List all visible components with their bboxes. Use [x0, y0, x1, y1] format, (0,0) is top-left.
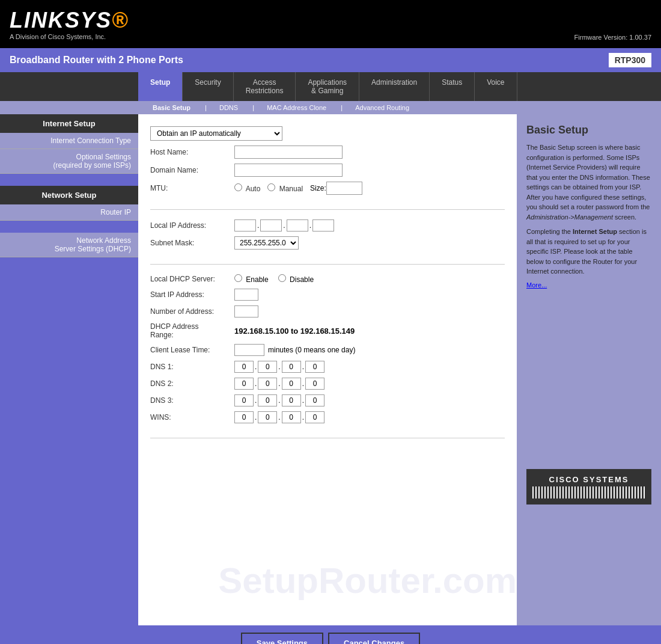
right-panel-italic: Administration->Management [526, 213, 613, 221]
linksys-logo: LINKSYS® A Division of Cisco Systems, In… [10, 8, 129, 40]
connection-type-select[interactable]: Obtain an IP automatically Static IP PPP… [150, 126, 282, 141]
local-ip-octet-4[interactable] [312, 219, 334, 232]
mtu-manual-radio[interactable] [267, 183, 275, 191]
start-ip-row: Start IP Address: [150, 289, 505, 301]
sub-nav-mac-address-clone[interactable]: MAC Address Clone [252, 101, 341, 114]
num-address-input[interactable] [234, 305, 258, 317]
brand-reg: ® [112, 8, 129, 32]
domain-name-label: Domain Name: [150, 166, 234, 174]
dhcp-radio-group: Enable Disable [234, 274, 314, 284]
sidebar-item-network-address[interactable]: Network Address Server Settings (DHCP) [0, 233, 138, 257]
sub-nav: Basic Setup DDNS MAC Address Clone Advan… [0, 101, 661, 114]
wins-label: WINS: [150, 413, 234, 422]
sub-nav-ddns[interactable]: DDNS [205, 101, 252, 114]
dns1-octet-1[interactable] [234, 361, 254, 373]
domain-name-input[interactable] [234, 164, 343, 177]
more-link[interactable]: More... [526, 281, 651, 289]
dns3-octet-4[interactable] [305, 394, 324, 406]
subnet-mask-select[interactable]: 255.255.255.0 255.255.0.0 255.0.0.0 [234, 236, 299, 250]
save-settings-button[interactable]: Save Settings [241, 633, 323, 644]
start-ip-label: Start IP Address: [150, 290, 234, 299]
product-model: RTP300 [609, 53, 651, 67]
bottom-bar: Save Settings Cancel Changes [0, 625, 661, 644]
dhcp-section: Local DHCP Server: Enable Disable Start … [150, 274, 505, 438]
sidebar-item-optional-settings[interactable]: Optional Settings (required by some ISPs… [0, 149, 138, 174]
dhcp-range-value: 192.168.15.100 to 192.168.15.149 [234, 327, 355, 336]
host-name-input[interactable] [234, 146, 343, 159]
dns1-octet-2[interactable] [258, 361, 277, 373]
product-title: Broadband Router with 2 Phone Ports [10, 55, 183, 66]
tab-setup[interactable]: Setup [138, 72, 183, 101]
dns3-row: DNS 3: . . . [150, 394, 505, 406]
ip-dot-1: . [257, 221, 259, 230]
client-lease-label: Client Lease Time: [150, 346, 234, 354]
nav-tabs: Setup Security Access Restrictions Appli… [0, 72, 661, 101]
mtu-size-input[interactable] [326, 182, 362, 195]
dns3-octet-1[interactable] [234, 394, 254, 406]
dns2-octet-4[interactable] [305, 378, 324, 390]
tab-applications-gaming[interactable]: Applications & Gaming [296, 72, 359, 101]
firmware-version: Firmware Version: 1.00.37 [574, 34, 651, 43]
local-ip-fields: . . . [234, 219, 334, 232]
host-name-row: Host Name: [150, 146, 505, 159]
wins-octet-2[interactable] [258, 411, 277, 423]
local-ip-octet-2[interactable] [260, 219, 282, 232]
right-panel-text3: Completing the Internet Setup section is… [526, 227, 651, 277]
wins-octet-3[interactable] [282, 411, 301, 423]
domain-name-row: Domain Name: [150, 164, 505, 177]
dns2-octet-2[interactable] [258, 378, 277, 390]
dns1-octet-3[interactable] [282, 361, 301, 373]
dhcp-enable-label[interactable]: Enable [234, 274, 269, 284]
bottom-content: Save Settings Cancel Changes [0, 625, 661, 644]
content-area: SetupRouter.com Obtain an IP automatical… [138, 114, 517, 625]
watermark: SetupRouter.com [218, 560, 517, 601]
local-ip-label: Local IP Address: [150, 221, 234, 230]
mtu-auto-label[interactable]: Auto [234, 183, 260, 193]
cisco-logo-area: CISCO SYSTEMS [526, 469, 651, 504]
tab-voice[interactable]: Voice [475, 72, 517, 101]
sidebar-spacer-1 [0, 174, 138, 186]
dhcp-enable-radio[interactable] [234, 274, 242, 282]
sub-nav-advanced-routing[interactable]: Advanced Routing [341, 101, 424, 114]
dns1-octet-4[interactable] [305, 361, 324, 373]
brand-name: LINKSYS® [10, 8, 129, 33]
sidebar-item-router-ip[interactable]: Router IP [0, 204, 138, 221]
sidebar-internet-setup-header: Internet Setup [0, 114, 138, 133]
dns2-octet-3[interactable] [282, 378, 301, 390]
dns1-row: DNS 1: . . . [150, 361, 505, 373]
start-ip-input[interactable] [234, 289, 258, 301]
subnet-mask-label: Subnet Mask: [150, 239, 234, 247]
tab-administration[interactable]: Administration [359, 72, 430, 101]
sub-nav-basic-setup[interactable]: Basic Setup [138, 101, 205, 114]
subnet-mask-row: Subnet Mask: 255.255.255.0 255.255.0.0 2… [150, 236, 505, 250]
right-panel-text1: The Basic Setup screen is where basic co… [526, 143, 651, 222]
dns1-fields: . . . [234, 361, 324, 373]
mtu-row: MTU: Auto Manual Size: [150, 182, 505, 195]
dhcp-disable-radio[interactable] [278, 274, 286, 282]
wins-octet-1[interactable] [234, 411, 254, 423]
dns2-octet-1[interactable] [234, 378, 254, 390]
right-panel: Basic Setup The Basic Setup screen is wh… [517, 114, 661, 625]
tab-status[interactable]: Status [430, 72, 475, 101]
cancel-changes-button[interactable]: Cancel Changes [328, 633, 420, 644]
tab-access-restrictions[interactable]: Access Restrictions [234, 72, 296, 101]
local-ip-octet-3[interactable] [287, 219, 308, 232]
dns3-octet-3[interactable] [282, 394, 301, 406]
cisco-logo-text: CISCO SYSTEMS [532, 475, 645, 484]
dns3-fields: . . . [234, 394, 324, 406]
cisco-logo-bars [532, 486, 645, 498]
mtu-manual-label[interactable]: Manual [267, 183, 303, 193]
connection-type-row: Obtain an IP automatically Static IP PPP… [150, 126, 505, 141]
client-lease-input[interactable] [234, 344, 264, 356]
dns3-octet-2[interactable] [258, 394, 277, 406]
mtu-auto-radio[interactable] [234, 183, 242, 191]
dhcp-disable-label[interactable]: Disable [278, 274, 314, 284]
dns2-row: DNS 2: . . . [150, 378, 505, 390]
wins-octet-4[interactable] [305, 411, 324, 423]
mtu-label: MTU: [150, 184, 234, 192]
local-ip-octet-1[interactable] [234, 219, 256, 232]
tab-security[interactable]: Security [183, 72, 233, 101]
sidebar-item-internet-connection-type[interactable]: Internet Connection Type [0, 133, 138, 149]
main-layout: Internet Setup Internet Connection Type … [0, 114, 661, 625]
ip-dot-2: . [283, 221, 285, 230]
